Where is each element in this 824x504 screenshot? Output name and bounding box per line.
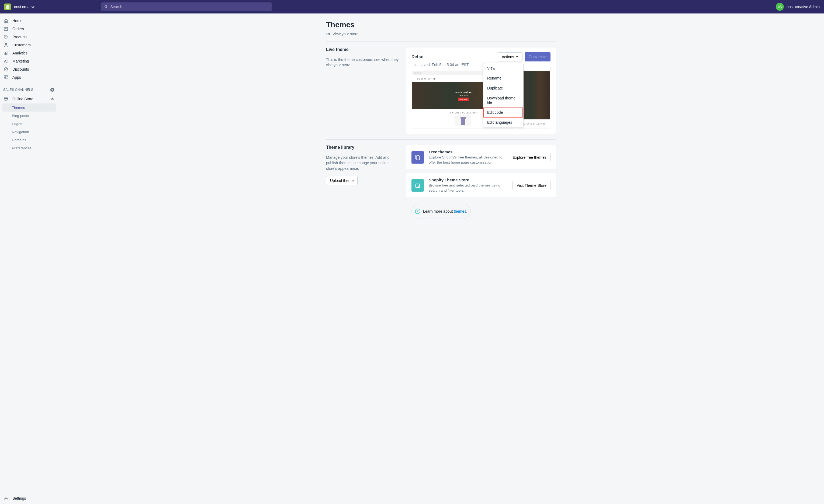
store-name: oost creative [14, 5, 35, 9]
eye-icon [326, 32, 330, 36]
svg-point-11 [328, 33, 328, 34]
library-info: Theme library Manage your store's themes… [326, 145, 399, 198]
help-icon: ? [415, 209, 420, 214]
shopify-logo-icon [4, 3, 11, 10]
apps-icon [3, 75, 9, 80]
sidebar-item-themes[interactable]: Themes [2, 103, 56, 112]
sidebar-item-settings[interactable]: Settings [0, 493, 58, 504]
live-theme-desc: This is the theme customers see when the… [326, 57, 399, 68]
dropdown-item-download[interactable]: Download theme file [484, 93, 523, 108]
sidebar-item-online-store[interactable]: Online Store [0, 95, 58, 103]
online-store-label: Online Store [12, 97, 46, 101]
view-store-link[interactable]: View your store [326, 32, 556, 36]
svg-rect-5 [6, 76, 8, 77]
sales-channels-header: SALES CHANNELS [0, 84, 58, 95]
search-input[interactable] [110, 5, 269, 9]
svg-point-9 [52, 98, 53, 99]
nav-apps[interactable]: Apps [0, 73, 58, 81]
marketing-icon [3, 59, 9, 64]
nav-customers[interactable]: Customers [0, 41, 58, 49]
main-content: Themes View your store Live theme This i… [58, 13, 824, 504]
logo-block[interactable]: oost creative [4, 3, 58, 10]
svg-rect-13 [417, 156, 420, 160]
sidebar-item-pages[interactable]: Pages [0, 120, 58, 128]
theme-store-desc: Browse free and selected paid themes usi… [429, 183, 508, 193]
svg-rect-4 [4, 76, 6, 77]
sidebar-item-domains[interactable]: Domains [0, 136, 58, 144]
nav-label: Marketing [12, 59, 29, 63]
sidebar-item-navigation[interactable]: Navigation [0, 128, 58, 136]
nav-products[interactable]: Products [0, 33, 58, 41]
theme-store-title: Shopify Theme Store [429, 178, 508, 182]
user-block[interactable]: oA oost-creative Admin [776, 3, 820, 11]
online-store-icon [3, 96, 9, 102]
sidebar-item-preferences[interactable]: Preferences [0, 144, 58, 152]
learn-more-text: Learn more about themes. [423, 209, 467, 213]
nav-home[interactable]: Home [0, 17, 58, 25]
svg-point-1 [5, 36, 5, 36]
nav-label: Discounts [12, 67, 29, 72]
nav-analytics[interactable]: Analytics [0, 49, 58, 57]
add-channel-icon[interactable] [50, 87, 55, 92]
gear-icon [3, 496, 9, 501]
dropdown-item-edit-languages[interactable]: Edit languages [484, 117, 523, 127]
learn-more-pill: ? Learn more about themes. [411, 204, 471, 219]
page-title: Themes [326, 20, 556, 29]
nav-label: Orders [12, 27, 24, 31]
nav-discounts[interactable]: Discounts [0, 65, 58, 73]
free-themes-icon [411, 151, 424, 164]
search-wrap [101, 2, 272, 11]
live-theme-title: Live theme [326, 47, 399, 52]
svg-point-10 [5, 498, 7, 499]
svg-rect-8 [4, 98, 8, 100]
nav-label: Customers [12, 43, 31, 47]
dropdown-item-edit-code[interactable]: Edit code [484, 108, 523, 117]
learn-themes-link[interactable]: themes [454, 209, 466, 213]
user-label: oost-creative Admin [787, 5, 820, 9]
page-header: Themes View your store [326, 20, 556, 36]
avatar: oA [776, 3, 784, 11]
live-theme-card: Debut Actions Customize View Rename Dupl… [406, 47, 556, 134]
discounts-icon [3, 67, 9, 72]
theme-store-icon [411, 179, 424, 192]
dropdown-item-duplicate[interactable]: Duplicate [484, 83, 523, 93]
search-icon [104, 5, 108, 9]
orders-icon [3, 26, 9, 31]
sidebar: Home Orders Products Customers Analytics… [0, 13, 58, 504]
settings-label: Settings [12, 496, 26, 501]
svg-rect-6 [4, 78, 6, 79]
home-icon [3, 18, 9, 23]
free-themes-desc: Explore Shopify's free themes, all desig… [429, 155, 504, 165]
products-icon [3, 34, 9, 39]
dropdown-item-rename[interactable]: Rename [484, 73, 523, 83]
sales-channels-label: SALES CHANNELS [3, 88, 33, 92]
free-themes-title: Free themes [429, 149, 504, 154]
analytics-icon [3, 51, 9, 56]
upload-theme-button[interactable]: Upload theme [326, 176, 357, 185]
library-desc: Manage your store's themes. Add and publ… [326, 155, 399, 171]
theme-name: Debut [411, 55, 424, 59]
dropdown-item-view[interactable]: View [484, 63, 523, 73]
nav-label: Home [12, 19, 22, 23]
live-theme-info: Live theme This is the theme customers s… [326, 47, 399, 134]
view-store-icon[interactable] [50, 97, 55, 101]
nav-orders[interactable]: Orders [0, 25, 58, 33]
nav-marketing[interactable]: Marketing [0, 57, 58, 65]
actions-button[interactable]: Actions [498, 52, 522, 62]
free-themes-card: Free themes Explore Shopify's free theme… [406, 145, 556, 170]
chevron-down-icon [516, 56, 518, 58]
nav-label: Analytics [12, 51, 27, 55]
search-box[interactable] [101, 2, 272, 11]
customers-icon [3, 42, 9, 48]
nav-label: Apps [12, 75, 21, 80]
library-title: Theme library [326, 145, 399, 150]
actions-dropdown: View Rename Duplicate Download theme fil… [483, 63, 524, 127]
explore-free-themes-button[interactable]: Explore free themes [509, 153, 550, 162]
theme-store-card: Shopify Theme Store Browse free and sele… [406, 173, 556, 198]
last-saved: Last saved: Feb 5 at 5:04 am EST [411, 63, 550, 67]
visit-theme-store-button[interactable]: Visit Theme Store [513, 181, 550, 190]
customize-button[interactable]: Customize [525, 52, 550, 62]
topbar: oost creative oA oost-creative Admin [0, 0, 824, 13]
sidebar-item-blog-posts[interactable]: Blog posts [0, 112, 58, 120]
nav-label: Products [12, 35, 27, 39]
